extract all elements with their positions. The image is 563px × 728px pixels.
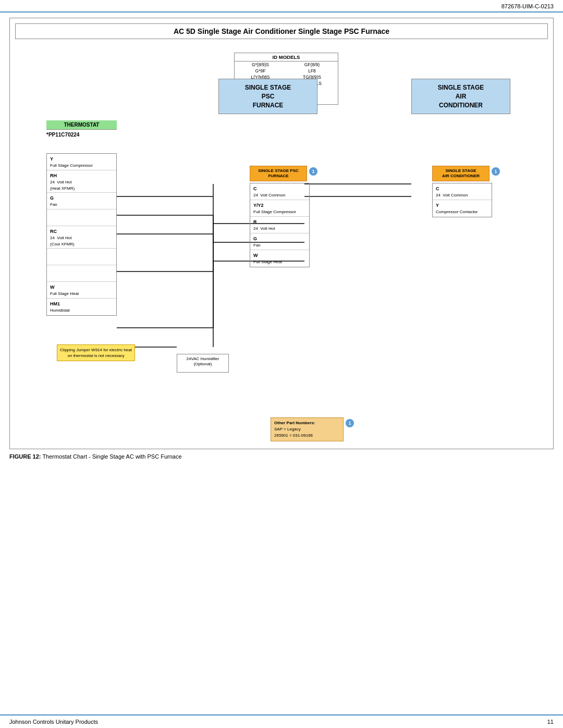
- part-number: 265901 = 031-09166: [274, 433, 313, 438]
- wiring-area: ID MODELS G*(8/9)S GF(8/9) G*9F LF8 L(Y/…: [15, 47, 548, 443]
- part-numbers-box: Other Part Numbers: SAP = Legacy 265901 …: [271, 417, 344, 441]
- psc-term-C: C 24 Volt Common: [250, 183, 309, 200]
- id-models-header: ID MODELS: [235, 53, 338, 61]
- ac-term-Y: Y Compressor Contactor: [433, 200, 492, 217]
- ac-term-C: C 24 Volt Common: [433, 183, 492, 200]
- main-content: AC 5D Single Stage Air Conditioner Singl…: [0, 13, 563, 465]
- psc-term-G: G Fan: [250, 233, 309, 250]
- humidifier-box: 24VAC Humidifier(Optional): [177, 354, 229, 373]
- diagram-container: AC 5D Single Stage Air Conditioner Singl…: [9, 18, 554, 449]
- thermostat-box: THERMOSTAT *PP11C70224 Y Full Stage Comp…: [46, 120, 117, 316]
- clip-note: Clipping Jumper W914 for electric heat o…: [57, 344, 135, 361]
- ac-line1: SINGLE STAGE: [438, 84, 484, 91]
- psc-badge: 1: [309, 167, 317, 176]
- therm-term-RC: RC 24 Volt Hot(Cool XFMR): [47, 226, 116, 249]
- therm-term-RH: RH 24 Volt Hot(Heat XFMR): [47, 170, 116, 193]
- figure-caption: FIGURE 12: Thermostat Chart - Single Sta…: [9, 453, 554, 460]
- ac-line2: AIR: [456, 93, 467, 100]
- psc-line1: SINGLE STAGE: [245, 84, 291, 91]
- ac-terminals: C 24 Volt Common Y Compressor Contactor: [432, 183, 492, 217]
- therm-term-Y: Y Full Stage Compressor: [47, 154, 116, 170]
- figure-text: Thermostat Chart - Single Stage AC with …: [42, 453, 181, 460]
- thermostat-label: THERMOSTAT: [46, 120, 117, 130]
- psc-furnace-heading: SINGLE STAGE PSC FURNACE: [218, 79, 317, 114]
- psc-term-YY2: Y/Y2 Full Stage Compressor: [250, 200, 309, 217]
- figure-label: FIGURE 12:: [9, 453, 41, 460]
- id-model-g9f: G*9F: [235, 68, 286, 74]
- psc-furnace-terminals: C 24 Volt Common Y/Y2 Full Stage Compres…: [250, 183, 310, 267]
- id-model-lf8: LF8: [286, 68, 338, 74]
- thermostat-part: *PP11C70224: [46, 132, 117, 138]
- therm-term-empty1: [47, 209, 116, 226]
- therm-term-W: W Full Stage Heat: [47, 282, 116, 299]
- therm-term-empty3: [47, 265, 116, 282]
- psc-line3: FURNACE: [253, 102, 284, 109]
- psc-line2: PSC: [262, 93, 275, 100]
- psc-term-W: W Full Stage Heat: [250, 250, 309, 267]
- page-header: 872678-UIM-C-0213: [0, 0, 563, 13]
- part-sap-label: SAP = Legacy: [274, 427, 301, 431]
- doc-number: 872678-UIM-C-0213: [501, 3, 554, 9]
- id-model-g89s: G*(8/9)S: [235, 61, 286, 68]
- ac-badge: 1: [492, 167, 500, 176]
- footer-left: Johnson Controls Unitary Products: [9, 719, 98, 725]
- part-numbers-badge: 1: [346, 419, 354, 427]
- therm-term-G: G Fan: [47, 193, 116, 209]
- therm-term-HM1: HM1 Humidistat: [47, 299, 116, 315]
- psc-furnace-tag: SINGLE STAGE PSCFURNACE: [250, 166, 307, 181]
- clip-note-text: Clipping Jumper W914 for electric heat o…: [60, 348, 132, 358]
- thermostat-terminals: Y Full Stage Compressor RH 24 Volt Hot(H…: [46, 153, 117, 316]
- ac-heading: SINGLE STAGE AIR CONDITIONER: [411, 79, 510, 114]
- psc-term-R: R 24 Volt Hot: [250, 217, 309, 233]
- diagram-title: AC 5D Single Stage Air Conditioner Singl…: [15, 23, 548, 39]
- id-model-gf89: GF(8/9): [286, 61, 338, 68]
- ac-tag: SINGLE STAGEAIR CONDITIONER: [432, 166, 489, 181]
- therm-term-empty2: [47, 249, 116, 265]
- part-numbers-header: Other Part Numbers:: [274, 421, 315, 425]
- ac-line3: CONDITIONER: [439, 102, 483, 109]
- footer-right: 11: [547, 719, 554, 725]
- page-footer: Johnson Controls Unitary Products 11: [0, 714, 563, 728]
